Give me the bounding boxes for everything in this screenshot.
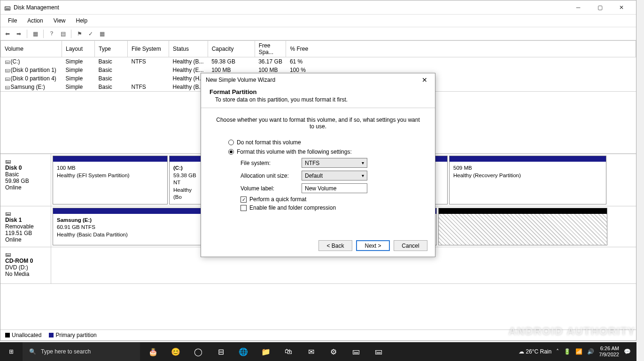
menu-action[interactable]: Action [23,16,47,26]
detail-icon[interactable]: ▤ [58,29,68,39]
back-button[interactable]: < Back [318,240,352,251]
flag-icon[interactable]: ⚑ [74,29,85,39]
back-icon[interactable]: ⬅ [2,29,13,39]
titlebar: 🖴 Disk Management ─ ▢ ✕ [0,0,636,15]
radio-no-format[interactable]: Do not format this volume [228,139,420,146]
column-headers[interactable]: Volume Layout Type File System Status Ca… [1,41,636,57]
chevron-up-icon[interactable]: ˄ [556,348,559,355]
checkbox-icon [241,205,247,211]
minimize-button[interactable]: ─ [567,0,589,15]
maximize-button[interactable]: ▢ [589,0,611,15]
file-system-select[interactable]: NTFS [302,158,367,168]
forward-icon[interactable]: ➡ [14,29,24,39]
dialog-subheading: To store data on this partition, you mus… [209,96,427,103]
dialog-titlebar: New Simple Volume Wizard ✕ [201,73,435,86]
dialog-close-button[interactable]: ✕ [419,76,430,84]
menu-view[interactable]: View [49,16,70,26]
explorer-icon[interactable]: 📁 [256,342,275,361]
partition[interactable]: 509 MBHealthy (Recovery Partition) [449,156,606,204]
partition[interactable] [438,208,607,245]
cancel-button[interactable]: Cancel [394,240,427,251]
edge-icon[interactable]: 🌐 [234,342,253,361]
allocation-size-label: Allocation unit size: [241,173,302,179]
task-icon[interactable]: ⊟ [211,342,230,361]
file-system-label: File system: [241,160,302,166]
settings-icon[interactable]: ⚙ [324,342,343,361]
battery-icon[interactable]: 🔋 [564,348,571,355]
volume-label-input[interactable] [302,183,367,193]
menu-help[interactable]: Help [71,16,93,26]
radio-format[interactable]: Format this volume with the following se… [228,149,420,155]
app-icon: 🖴 [4,4,11,11]
quick-format-checkbox[interactable]: ✓ Perform a quick format [241,196,420,203]
partition[interactable]: Samsung (E:)60.91 GB NTFSHealthy (Basic … [53,208,203,245]
diskmgmt-icon-2[interactable]: 🖴 [369,342,388,361]
simple-volume-wizard: New Simple Volume Wizard ✕ Format Partit… [201,73,435,257]
window-title: Disk Management [14,4,567,11]
partition[interactable]: (C:)59.38 GB NTHealthy (Bo [169,156,202,204]
weather-widget[interactable]: ☁ 26°C Rain [519,348,551,355]
radio-icon [228,140,234,145]
allocation-size-select[interactable]: Default [302,171,367,180]
start-button[interactable]: ⊞ [0,348,23,355]
mail-icon[interactable]: ✉ [302,342,320,361]
taskbar: ⊞ 🔍 Type here to search 🎂 😊 ◯ ⊟ 🌐 📁 🛍 ✉ … [0,342,636,361]
compression-checkbox[interactable]: Enable file and folder compression [241,204,420,211]
grid-icon[interactable]: ▦ [97,29,107,39]
dialog-intro: Choose whether you want to format this v… [216,117,420,130]
watermark: ANDROID AUTHORITY [509,325,636,337]
clock[interactable]: 6:26 AM 7/9/2022 [599,345,619,358]
volume-icon[interactable]: 🔊 [587,348,594,355]
emoji-icon[interactable]: 🎂 [144,342,163,361]
help-icon[interactable]: ？ [47,29,57,39]
menubar: File Action View Help [0,15,636,27]
task-view-icon[interactable]: ◯ [189,342,208,361]
close-button[interactable]: ✕ [611,0,632,15]
toolbar: ⬅ ➡ ▦ ？ ▤ ⚑ ✓ ▦ [0,27,636,40]
menu-file[interactable]: File [3,16,22,26]
notifications-icon[interactable]: 💬 [624,348,631,355]
table-row[interactable]: 🖴(C:)SimpleBasicNTFSHealthy (B...59.38 G… [1,57,636,66]
dialog-heading: Format Partition [209,88,427,95]
partition[interactable]: 100 MBHealthy (EFI System Partition) [53,156,168,204]
check-icon[interactable]: ✓ [85,29,96,39]
next-button[interactable]: Next > [356,240,390,251]
diskmgmt-icon[interactable]: 🖴 [347,342,365,361]
emoji-icon[interactable]: 😊 [166,342,185,361]
checkbox-icon: ✓ [241,196,247,203]
store-icon[interactable]: 🛍 [279,342,298,361]
radio-icon [228,149,234,155]
list-icon[interactable]: ▦ [30,29,40,39]
search-icon: 🔍 [29,348,36,355]
wifi-icon[interactable]: 📶 [575,348,582,355]
search-box[interactable]: 🔍 Type here to search [23,342,140,361]
volume-label-label: Volume label: [241,185,302,192]
